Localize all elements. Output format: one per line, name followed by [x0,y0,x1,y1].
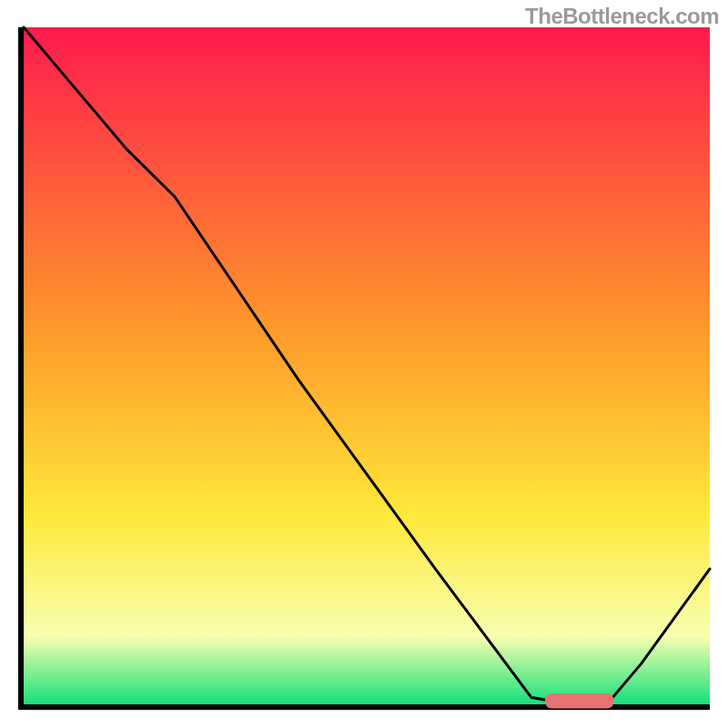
chart-container: TheBottleneck.com [0,0,728,728]
watermark-text: TheBottleneck.com [525,4,719,29]
bottleneck-curve [24,27,710,704]
optimal-range-marker [545,693,613,708]
line-svg [24,27,710,704]
